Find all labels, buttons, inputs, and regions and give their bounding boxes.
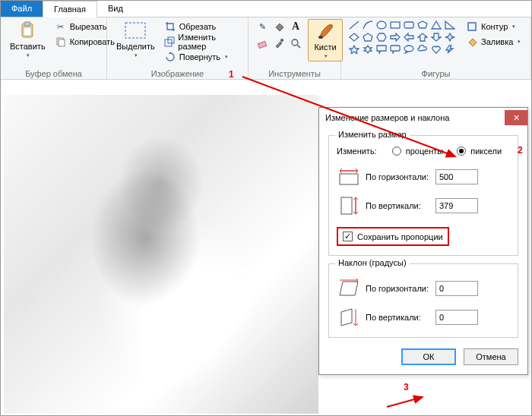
resize-button[interactable]: Изменить размер <box>163 34 242 49</box>
vertical-label: По вертикали: <box>366 201 431 210</box>
shapes-gallery[interactable] <box>347 19 457 55</box>
text-icon[interactable]: A <box>288 19 303 34</box>
crop-button[interactable]: Обрезать <box>163 19 242 34</box>
rotate-icon <box>164 51 176 63</box>
brushes-button[interactable]: Кисти ▾ <box>308 19 343 61</box>
svg-rect-7 <box>168 37 174 43</box>
crop-icon <box>164 20 176 33</box>
shape-callout-round-icon[interactable] <box>388 43 402 55</box>
skew-v-label: По вертикали: <box>366 313 431 322</box>
paste-label: Вставить <box>10 42 46 51</box>
svg-rect-16 <box>404 22 413 28</box>
paste-button[interactable]: Вставить ▾ <box>7 19 49 60</box>
fill-icon <box>466 36 478 48</box>
skew-h-label: По горизонтали: <box>366 284 431 293</box>
close-button[interactable]: ✕ <box>505 110 527 125</box>
group-shapes-label: Фигуры <box>347 68 524 78</box>
svg-rect-28 <box>468 23 476 30</box>
radio-percent[interactable] <box>392 147 401 156</box>
svg-point-14 <box>377 21 386 29</box>
skew-legend: Наклон (градусы) <box>335 258 410 267</box>
tab-strip: Файл Главная Вид <box>1 1 531 17</box>
dialog-titlebar: Изменение размеров и наклона ✕ <box>319 108 527 128</box>
tab-home[interactable]: Главная <box>43 1 97 17</box>
shape-star6-icon[interactable] <box>361 43 375 55</box>
horizontal-label: По горизонтали: <box>366 172 431 181</box>
magnifier-icon[interactable] <box>288 36 303 51</box>
select-button[interactable]: Выделить ▾ <box>113 19 158 60</box>
svg-marker-33 <box>340 282 358 295</box>
shape-oval-icon[interactable] <box>375 19 388 31</box>
svg-marker-17 <box>418 21 427 28</box>
fill-button[interactable]: Заливка▾ <box>464 34 522 49</box>
shape-right-triangle-icon[interactable] <box>443 19 457 31</box>
keep-ratio-checkbox[interactable]: ✓ <box>343 232 353 241</box>
skew-v-input[interactable] <box>435 310 478 325</box>
resize-label: Изменить размер <box>178 33 240 51</box>
radio-pixels[interactable] <box>457 147 466 156</box>
shape-pentagon-icon[interactable] <box>361 31 375 43</box>
marker-3: 3 <box>404 382 409 392</box>
keep-ratio-label: Сохранить пропорции <box>357 232 443 241</box>
shape-hexagon-icon[interactable] <box>375 31 388 43</box>
svg-point-10 <box>292 39 298 46</box>
group-image: Выделить ▾ Обрезать Изменить размер <box>107 17 249 79</box>
shape-rect-icon[interactable] <box>388 19 402 31</box>
skew-h-input[interactable] <box>435 281 478 296</box>
ok-button[interactable]: ОК <box>401 348 456 365</box>
outline-icon <box>466 20 478 33</box>
shape-roundrect-icon[interactable] <box>402 19 416 31</box>
vertical-input[interactable] <box>435 198 478 213</box>
shape-star4-icon[interactable] <box>443 31 457 43</box>
tool-palette: ✎ A <box>255 19 303 51</box>
shape-triangle-icon[interactable] <box>429 19 443 31</box>
close-icon: ✕ <box>513 113 520 123</box>
resize-fieldset: Изменить размер Изменить: проценты пиксе… <box>328 135 518 256</box>
skew-fieldset: Наклон (градусы) По горизонтали: По верт… <box>328 263 518 338</box>
pixels-label: пиксели <box>470 147 502 156</box>
svg-rect-15 <box>391 22 400 28</box>
shape-arrow-l-icon[interactable] <box>402 31 416 43</box>
tab-view[interactable]: Вид <box>97 1 134 17</box>
select-label: Выделить <box>116 42 155 51</box>
svg-line-38 <box>387 397 423 407</box>
canvas-image[interactable] <box>4 95 318 414</box>
svg-marker-24 <box>350 46 359 54</box>
shape-bolt-icon[interactable] <box>443 43 457 55</box>
tab-file[interactable]: Файл <box>1 1 43 17</box>
group-clipboard-label: Буфер обмена <box>7 68 100 78</box>
marker-1: 1 <box>229 69 234 80</box>
eraser-icon[interactable] <box>255 36 270 51</box>
percent-label: проценты <box>406 147 444 156</box>
selection-icon <box>123 20 147 40</box>
shape-diamond-icon[interactable] <box>347 31 361 43</box>
svg-marker-22 <box>377 33 386 41</box>
fill-bucket-icon[interactable] <box>271 19 287 34</box>
cancel-button[interactable]: Отмена <box>464 348 518 365</box>
shape-arrow-u-icon[interactable] <box>416 31 429 43</box>
svg-marker-25 <box>364 46 372 53</box>
shape-arrow-d-icon[interactable] <box>429 31 443 43</box>
shape-star5-icon[interactable] <box>347 43 361 55</box>
chevron-down-icon: ▾ <box>27 52 30 58</box>
pencil-icon[interactable]: ✎ <box>255 19 270 34</box>
outline-button[interactable]: Контур▾ <box>464 19 522 34</box>
shape-cloud-icon[interactable] <box>416 43 429 55</box>
rotate-button[interactable]: Повернуть ▾ <box>163 49 242 65</box>
color-picker-icon[interactable] <box>271 36 287 51</box>
group-clipboard: Вставить ▾ ✂ Вырезать Копировать Буфер о… <box>1 17 107 79</box>
svg-rect-30 <box>340 174 358 184</box>
shape-heart-icon[interactable] <box>429 43 443 55</box>
shape-polygon-icon[interactable] <box>416 19 429 31</box>
svg-marker-27 <box>446 46 453 53</box>
group-shapes: Контур▾ Заливка▾ Фигуры <box>341 17 531 79</box>
shape-arrow-r-icon[interactable] <box>388 31 402 43</box>
marker-2: 2 <box>518 145 523 156</box>
shape-line-icon[interactable] <box>347 19 361 31</box>
shape-curve-icon[interactable] <box>361 19 375 31</box>
svg-point-26 <box>404 46 413 52</box>
shape-callout-rect-icon[interactable] <box>375 43 388 55</box>
svg-point-12 <box>318 36 323 39</box>
shape-callout-oval-icon[interactable] <box>402 43 416 55</box>
horizontal-input[interactable] <box>435 169 478 184</box>
